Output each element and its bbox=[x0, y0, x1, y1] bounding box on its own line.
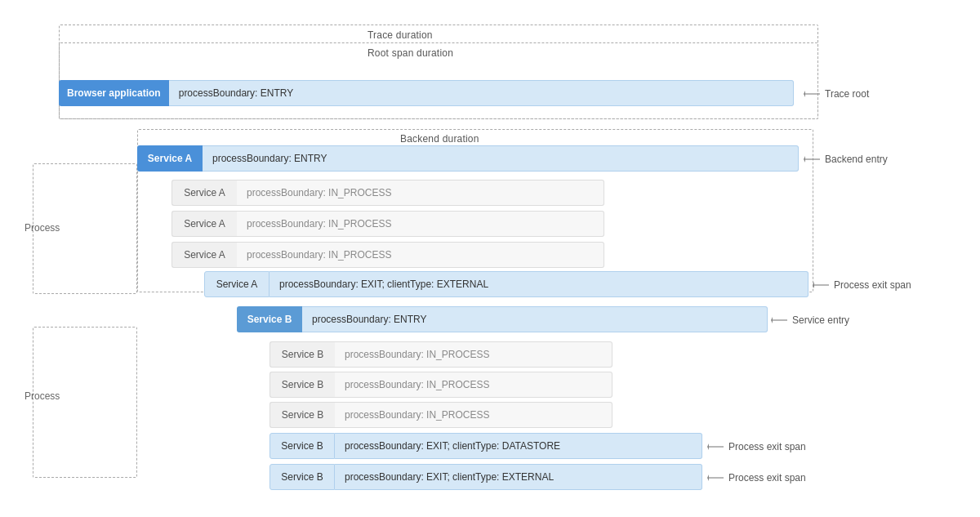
serviceA-exit-badge: Service A bbox=[204, 271, 270, 297]
serviceB-entry-content: processBoundary: ENTRY bbox=[302, 306, 768, 332]
serviceB-exit-external-content: processBoundary: EXIT; clientType: EXTER… bbox=[335, 464, 702, 490]
trace-root-label: Trace root bbox=[825, 88, 869, 100]
process-exit-span-b2-label: Process exit span bbox=[728, 472, 806, 484]
serviceA-exit-content: processBoundary: EXIT; clientType: EXTER… bbox=[270, 271, 808, 297]
svg-marker-7 bbox=[771, 317, 773, 323]
process-label-upper: Process bbox=[24, 222, 60, 234]
trace-duration-label: Trace duration bbox=[368, 29, 433, 41]
arrow-icon-backend bbox=[804, 154, 822, 164]
backend-entry-label: Backend entry bbox=[825, 154, 888, 165]
service-entry-label: Service entry bbox=[792, 314, 849, 326]
serviceB-inprocess1-span: Service B processBoundary: IN_PROCESS bbox=[270, 341, 612, 368]
arrow-icon-exit-b2 bbox=[707, 473, 725, 483]
service-entry-annotation: Service entry bbox=[771, 314, 849, 326]
svg-marker-1 bbox=[804, 91, 805, 97]
serviceA-inprocess3-badge: Service A bbox=[172, 242, 237, 268]
serviceB-inprocess3-content: processBoundary: IN_PROCESS bbox=[335, 402, 612, 428]
arrow-icon-service-entry bbox=[771, 315, 789, 325]
serviceA-inprocess3-content: processBoundary: IN_PROCESS bbox=[237, 242, 604, 268]
serviceA-inprocess1-span: Service A processBoundary: IN_PROCESS bbox=[172, 180, 604, 206]
serviceB-inprocess1-badge: Service B bbox=[270, 341, 335, 368]
serviceA-inprocess2-content: processBoundary: IN_PROCESS bbox=[237, 211, 604, 237]
serviceA-inprocess2-span: Service A processBoundary: IN_PROCESS bbox=[172, 211, 604, 237]
process-exit-span-a-label: Process exit span bbox=[834, 279, 911, 291]
svg-marker-5 bbox=[813, 282, 814, 288]
serviceB-inprocess2-badge: Service B bbox=[270, 372, 335, 398]
serviceB-exit-external-badge: Service B bbox=[270, 464, 335, 490]
serviceA-exit-span: Service A processBoundary: EXIT; clientT… bbox=[204, 271, 808, 297]
serviceA-entry-span: Service A processBoundary: ENTRY bbox=[137, 145, 799, 172]
serviceB-exit-datastore-content: processBoundary: EXIT; clientType: DATAS… bbox=[335, 433, 702, 459]
serviceB-entry-span: Service B processBoundary: ENTRY bbox=[237, 306, 768, 332]
process-box-lower bbox=[33, 327, 137, 478]
serviceA-entry-content: processBoundary: ENTRY bbox=[203, 145, 799, 172]
serviceA-inprocess3-span: Service A processBoundary: IN_PROCESS bbox=[172, 242, 604, 268]
arrow-icon bbox=[804, 89, 822, 99]
arrow-icon-exit-b1 bbox=[707, 442, 725, 452]
serviceB-inprocess2-span: Service B processBoundary: IN_PROCESS bbox=[270, 372, 612, 398]
serviceB-exit-external-span: Service B processBoundary: EXIT; clientT… bbox=[270, 464, 702, 490]
backend-entry-annotation: Backend entry bbox=[804, 154, 888, 165]
process-exit-span-a-annotation: Process exit span bbox=[813, 279, 911, 291]
svg-marker-11 bbox=[707, 475, 709, 481]
svg-marker-9 bbox=[707, 443, 709, 450]
serviceB-exit-datastore-span: Service B processBoundary: EXIT; clientT… bbox=[270, 433, 702, 459]
serviceB-inprocess2-content: processBoundary: IN_PROCESS bbox=[335, 372, 612, 398]
backend-duration-label: Backend duration bbox=[400, 133, 479, 145]
serviceA-inprocess2-badge: Service A bbox=[172, 211, 237, 237]
arrow-icon-exit-a bbox=[813, 280, 831, 290]
process-exit-span-b2-annotation: Process exit span bbox=[707, 472, 806, 484]
browser-entry-content: processBoundary: ENTRY bbox=[169, 80, 794, 106]
serviceA-inprocess1-content: processBoundary: IN_PROCESS bbox=[237, 180, 604, 206]
root-span-duration-label: Root span duration bbox=[368, 47, 453, 59]
serviceB-entry-badge: Service B bbox=[237, 306, 302, 332]
serviceA-entry-badge: Service A bbox=[137, 145, 203, 172]
serviceB-inprocess3-badge: Service B bbox=[270, 402, 335, 428]
serviceB-exit-datastore-badge: Service B bbox=[270, 433, 335, 459]
browser-service-badge: Browser application bbox=[59, 80, 169, 106]
browser-entry-span: Browser application processBoundary: ENT… bbox=[59, 80, 794, 106]
svg-marker-3 bbox=[804, 156, 805, 163]
process-label-lower: Process bbox=[24, 390, 60, 402]
trace-root-annotation: Trace root bbox=[804, 88, 869, 100]
process-exit-span-b1-annotation: Process exit span bbox=[707, 441, 806, 452]
diagram-container: Trace duration Root span duration Backen… bbox=[0, 0, 980, 517]
serviceB-inprocess1-content: processBoundary: IN_PROCESS bbox=[335, 341, 612, 368]
serviceB-inprocess3-span: Service B processBoundary: IN_PROCESS bbox=[270, 402, 612, 428]
process-exit-span-b1-label: Process exit span bbox=[728, 441, 806, 452]
serviceA-inprocess1-badge: Service A bbox=[172, 180, 237, 206]
